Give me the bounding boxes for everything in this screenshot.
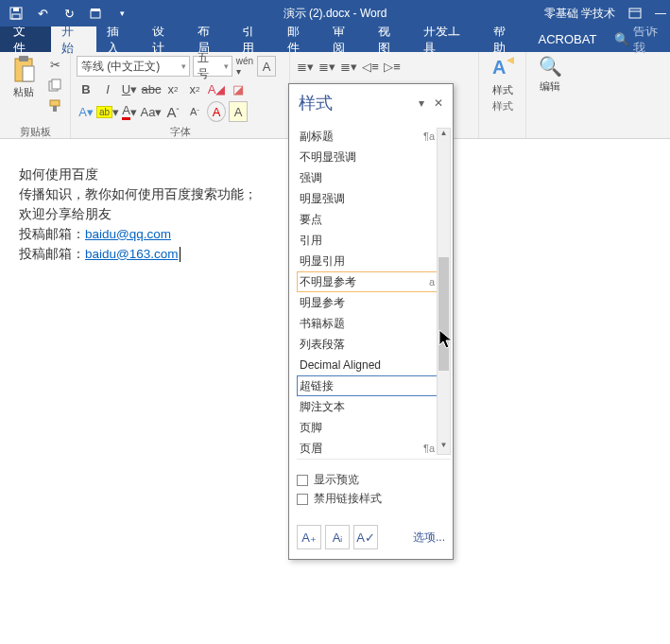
- pane-options-link[interactable]: 选项...: [413, 530, 445, 546]
- change-case-icon[interactable]: Aa▾: [142, 101, 161, 122]
- svg-rect-4: [91, 9, 100, 11]
- doc-name: 演示 (2).docx: [283, 7, 351, 20]
- style-name: 副标题: [300, 129, 414, 145]
- styles-button[interactable]: A 样式: [485, 55, 521, 97]
- style-item[interactable]: 列表段落↵: [297, 334, 451, 355]
- style-name: 书籍标题: [300, 316, 427, 332]
- text-effects-icon[interactable]: A▾: [77, 101, 95, 122]
- subscript-icon[interactable]: x2: [163, 78, 182, 99]
- styles-icon: A: [490, 55, 516, 81]
- ribbon-display-icon[interactable]: [628, 8, 642, 19]
- style-item[interactable]: 要点a: [297, 209, 451, 230]
- ribbon-tabs: 文件 开始 插入 设计 布局 引用 邮件 审阅 视图 开发工具 帮助 ACROB…: [0, 26, 670, 52]
- tab-home[interactable]: 开始: [51, 26, 96, 52]
- copy-icon[interactable]: [45, 76, 64, 95]
- account-promo[interactable]: 零基础 学技术: [544, 6, 615, 22]
- tab-references[interactable]: 引用: [232, 26, 277, 52]
- group-styles: A 样式 样式: [479, 52, 526, 138]
- scroll-thumb[interactable]: [438, 257, 449, 371]
- phonetic-guide-icon[interactable]: wén▾: [235, 56, 254, 77]
- style-item[interactable]: 书籍标题a: [297, 313, 451, 334]
- manage-icon: A✓: [356, 531, 375, 545]
- format-eraser-icon[interactable]: ◪: [229, 78, 248, 99]
- style-item[interactable]: 不明显参考a▾: [297, 271, 451, 292]
- font-color-icon[interactable]: A▾: [120, 101, 139, 122]
- enclose-char-icon[interactable]: A: [207, 101, 226, 122]
- style-mark: ¶a: [414, 443, 435, 454]
- tab-review[interactable]: 审阅: [322, 26, 368, 52]
- style-name: 页眉: [300, 441, 414, 457]
- tab-view[interactable]: 视图: [368, 26, 413, 52]
- highlight-icon[interactable]: ab▾: [98, 101, 117, 122]
- multilevel-icon[interactable]: ≣▾: [339, 56, 358, 77]
- minimize-icon[interactable]: —: [655, 7, 666, 20]
- bullets-icon[interactable]: ≣▾: [296, 56, 315, 77]
- style-item[interactable]: 明显参考a: [297, 292, 451, 313]
- style-item[interactable]: 明显引用¶a: [297, 251, 451, 271]
- underline-icon[interactable]: U▾: [120, 78, 139, 99]
- scroll-down-icon[interactable]: ▼: [438, 441, 450, 454]
- cut-icon[interactable]: ✂: [45, 55, 64, 74]
- style-item[interactable]: Decimal Aligned↵: [297, 355, 451, 375]
- font-group-label: 字体: [77, 123, 283, 138]
- tab-help[interactable]: 帮助: [483, 26, 528, 52]
- new-style-button[interactable]: A₊: [297, 525, 321, 549]
- increase-indent-icon[interactable]: ▷≡: [383, 56, 402, 77]
- style-name: 明显参考: [300, 295, 427, 311]
- email-link-1[interactable]: baidu@qq.com: [85, 227, 171, 241]
- shrink-font-icon[interactable]: Aˇ: [185, 101, 204, 122]
- style-item[interactable]: 明显强调a: [297, 188, 451, 209]
- numbering-icon[interactable]: ≣▾: [318, 56, 336, 77]
- new-window-icon[interactable]: [83, 2, 108, 25]
- style-item[interactable]: 引用¶a: [297, 230, 451, 251]
- undo-icon[interactable]: ↶: [30, 2, 55, 25]
- file-tab[interactable]: 文件: [0, 26, 51, 52]
- pane-options-icon[interactable]: ▾: [413, 96, 430, 110]
- tab-mailings[interactable]: 邮件: [277, 26, 322, 52]
- tab-layout[interactable]: 布局: [187, 26, 232, 52]
- tab-acrobat[interactable]: ACROBAT: [527, 26, 607, 52]
- char-border-icon[interactable]: A: [257, 56, 276, 77]
- style-item[interactable]: 脚注文本¶a: [297, 396, 451, 417]
- redo-icon[interactable]: ↻: [57, 2, 81, 25]
- style-item[interactable]: 页脚¶a: [297, 417, 451, 438]
- email-link-2[interactable]: baidu@163.com: [85, 247, 179, 261]
- format-painter-icon[interactable]: [45, 96, 64, 115]
- strike-icon[interactable]: abc: [142, 78, 161, 99]
- style-mark: a: [414, 276, 435, 287]
- pane-close-icon[interactable]: ✕: [430, 96, 447, 110]
- show-preview-checkbox[interactable]: 显示预览: [297, 472, 445, 488]
- save-icon[interactable]: [4, 2, 28, 25]
- paste-label: 粘贴: [13, 85, 34, 99]
- paste-icon: [11, 55, 36, 83]
- style-name: 页脚: [300, 420, 427, 436]
- char-shading-icon[interactable]: A: [229, 101, 248, 122]
- bold-icon[interactable]: B: [77, 78, 95, 99]
- font-name-combo[interactable]: 等线 (中文正文): [77, 56, 190, 77]
- style-list: 副标题¶a▾不明显强调a强调a明显强调a要点a引用¶a明显引用¶a不明显参考a▾…: [297, 126, 451, 460]
- style-item[interactable]: 副标题¶a▾: [297, 126, 451, 147]
- manage-styles-button[interactable]: A✓: [353, 525, 378, 549]
- tab-insert[interactable]: 插入: [96, 26, 142, 52]
- group-editing: 🔍 编辑: [526, 52, 574, 138]
- style-name: 超链接: [300, 378, 427, 394]
- style-name: 引用: [300, 233, 427, 249]
- grow-font-icon[interactable]: Aˆ: [163, 101, 182, 122]
- tell-me[interactable]: 🔍 告诉我: [614, 23, 670, 57]
- font-size-combo[interactable]: 五号: [193, 56, 232, 77]
- qat-more-icon[interactable]: ▾: [110, 2, 134, 25]
- style-item[interactable]: 强调a: [297, 167, 451, 188]
- scroll-up-icon[interactable]: ▲: [438, 129, 450, 142]
- pane-scrollbar[interactable]: ▲ ▼: [437, 128, 451, 455]
- style-item[interactable]: 超链接a: [297, 375, 451, 396]
- decrease-indent-icon[interactable]: ◁≡: [361, 56, 380, 77]
- style-item[interactable]: 不明显强调a: [297, 147, 451, 167]
- disable-linked-checkbox[interactable]: 禁用链接样式: [297, 491, 445, 507]
- style-inspector-button[interactable]: Aᵢ: [325, 525, 350, 549]
- tab-developer[interactable]: 开发工具: [413, 26, 483, 52]
- paste-button[interactable]: 粘贴: [6, 55, 42, 123]
- style-item[interactable]: 页眉¶a▾: [297, 438, 451, 459]
- editing-button[interactable]: 🔍 编辑: [532, 55, 568, 94]
- tab-design[interactable]: 设计: [142, 26, 187, 52]
- italic-icon[interactable]: I: [98, 78, 117, 99]
